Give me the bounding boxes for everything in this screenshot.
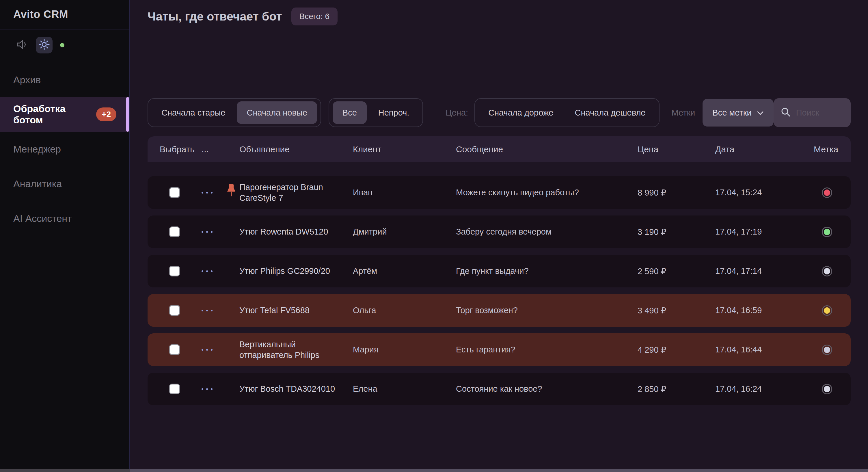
row-checkbox[interactable] (169, 187, 180, 198)
sidebar-item-2[interactable]: Менеджер (0, 132, 129, 167)
row-date: 17.04, 15:24 (715, 188, 814, 197)
column-header-select: Выбрать (160, 144, 202, 154)
row-label-dot[interactable] (822, 345, 832, 355)
table-row[interactable]: Вертикальный отпариватель Philips Мария … (148, 333, 851, 366)
row-label-dot[interactable] (822, 384, 832, 394)
column-header-price: Цена (638, 144, 715, 154)
row-date: 17.04, 17:14 (715, 266, 814, 276)
filter-unread-option[interactable]: Непроч. (368, 101, 419, 124)
row-message-text: Где пункт выдачи? (456, 266, 638, 276)
column-header-label: Метка (814, 144, 851, 154)
row-message-text: Можете скинуть видео работы? (456, 188, 638, 197)
row-label-dot[interactable] (822, 266, 832, 276)
horizontal-scrollbar-left-segment (0, 469, 130, 472)
filter-all-option[interactable]: Все (333, 101, 367, 124)
column-header-menu: ... (202, 144, 239, 154)
row-price: 2 850 ₽ (638, 384, 715, 394)
row-client-name: Мария (353, 345, 456, 354)
search-input[interactable] (796, 108, 844, 118)
row-menu-icon[interactable] (202, 349, 215, 351)
sidebar-item-1[interactable]: Обработка ботом +2 (0, 97, 129, 132)
row-date: 17.04, 16:24 (715, 384, 814, 394)
horizontal-scrollbar[interactable] (0, 469, 868, 472)
row-checkbox[interactable] (169, 384, 180, 394)
row-date: 17.04, 17:19 (715, 227, 814, 237)
chevron-down-icon (757, 108, 764, 118)
column-header-message: Сообщение (456, 144, 638, 154)
chats-table: Выбрать ... Объявление Клиент Сообщение … (148, 136, 851, 412)
tags-filter-label: Метки (672, 108, 695, 118)
sort-newest-option[interactable]: Сначала новые (237, 101, 317, 124)
row-price: 3 490 ₽ (638, 305, 715, 316)
row-client-name: Елена (353, 384, 456, 394)
row-menu-icon[interactable] (202, 388, 215, 390)
sidebar-menu-item-label: AI Ассистент (13, 213, 72, 224)
row-date: 17.04, 16:59 (715, 305, 814, 315)
row-client-name: Дмитрий (353, 227, 456, 237)
theme-toggle-button[interactable] (36, 37, 53, 54)
row-client-name: Иван (353, 188, 456, 197)
total-count-badge: Всего: 6 (291, 7, 338, 25)
row-client-name: Артём (353, 266, 456, 276)
sun-icon (39, 39, 50, 51)
tags-dropdown-button[interactable]: Все метки (703, 99, 773, 126)
sidebar-menu-item-label: Обработка ботом (13, 103, 96, 126)
sort-order-group: Сначала старые Сначала новые (148, 98, 321, 127)
table-row[interactable]: Утюг Philips GC2990/20 Артём Где пункт в… (148, 255, 851, 288)
speaker-icon[interactable] (16, 39, 28, 51)
row-checkbox[interactable] (169, 266, 180, 276)
row-client-name: Ольга (353, 305, 456, 315)
page-title: Чаты, где отвечает бот (148, 10, 282, 23)
row-menu-icon[interactable] (202, 192, 215, 194)
row-menu-icon[interactable] (202, 270, 215, 272)
row-price: 4 290 ₽ (638, 345, 715, 355)
row-message-text: Состояние как новое? (456, 384, 638, 394)
table-row[interactable]: Утюг Rowenta DW5120 Дмитрий Заберу сегод… (148, 215, 851, 248)
price-filter-label: Цена: (445, 108, 468, 118)
tags-dropdown-value: Все метки (712, 108, 751, 118)
column-header-item: Объявление (239, 144, 353, 154)
sidebar-controls (0, 29, 129, 61)
price-expensive-option[interactable]: Сначала дороже (478, 101, 563, 124)
row-label-dot[interactable] (822, 187, 832, 198)
table-header-row: Выбрать ... Объявление Клиент Сообщение … (148, 136, 851, 163)
sidebar-item-0[interactable]: Архив (0, 62, 129, 97)
row-date: 17.04, 16:44 (715, 345, 814, 354)
sidebar-menu: Архив Обработка ботом +2 Менеджер Аналит… (0, 61, 129, 236)
row-menu-icon[interactable] (202, 309, 215, 312)
row-checkbox[interactable] (169, 227, 180, 237)
row-price: 2 590 ₽ (638, 266, 715, 276)
search-box (774, 98, 851, 127)
sidebar-menu-item-label: Аналитика (13, 178, 62, 189)
page-header: Чаты, где отвечает бот Всего: 6 (148, 7, 868, 25)
online-status-dot (60, 43, 64, 48)
sidebar-item-4[interactable]: AI Ассистент (0, 201, 129, 236)
row-item-title: Утюг Philips GC2990/20 (239, 266, 353, 276)
table-body: Парогенератор Braun CareStyle 7 Иван Мож… (148, 176, 851, 405)
column-header-client: Клиент (353, 144, 456, 154)
table-row[interactable]: Парогенератор Braun CareStyle 7 Иван Мож… (148, 176, 851, 209)
read-filter-group: Все Непроч. (329, 98, 423, 127)
row-checkbox[interactable] (169, 344, 180, 355)
table-row[interactable]: Утюг Bosch TDA3024010 Елена Состояние ка… (148, 373, 851, 405)
row-message-text: Заберу сегодня вечером (456, 227, 638, 237)
row-item-title: Утюг Bosch TDA3024010 (239, 384, 353, 394)
price-sort-group: Сначала дороже Сначала дешевле (474, 98, 659, 127)
row-price: 3 190 ₽ (638, 227, 715, 237)
sidebar: Avito CRM (0, 0, 130, 469)
app-title: Avito CRM (0, 0, 129, 29)
row-item-title: Утюг Rowenta DW5120 (239, 227, 353, 237)
sort-oldest-option[interactable]: Сначала старые (152, 101, 235, 124)
price-cheap-option[interactable]: Сначала дешевле (565, 101, 655, 124)
sidebar-menu-item-label: Архив (13, 74, 41, 86)
row-label-dot[interactable] (822, 305, 832, 316)
row-price: 8 990 ₽ (638, 188, 715, 198)
table-row[interactable]: Утюг Tefal FV5688 Ольга Торг возможен? 3… (148, 294, 851, 327)
sidebar-menu-item-label: Менеджер (13, 144, 61, 155)
row-checkbox[interactable] (169, 305, 180, 316)
column-header-date: Дата (715, 144, 814, 154)
row-item-title: Парогенератор Braun CareStyle 7 (239, 182, 353, 203)
row-menu-icon[interactable] (202, 231, 215, 233)
row-label-dot[interactable] (822, 227, 832, 237)
sidebar-item-3[interactable]: Аналитика (0, 167, 129, 201)
